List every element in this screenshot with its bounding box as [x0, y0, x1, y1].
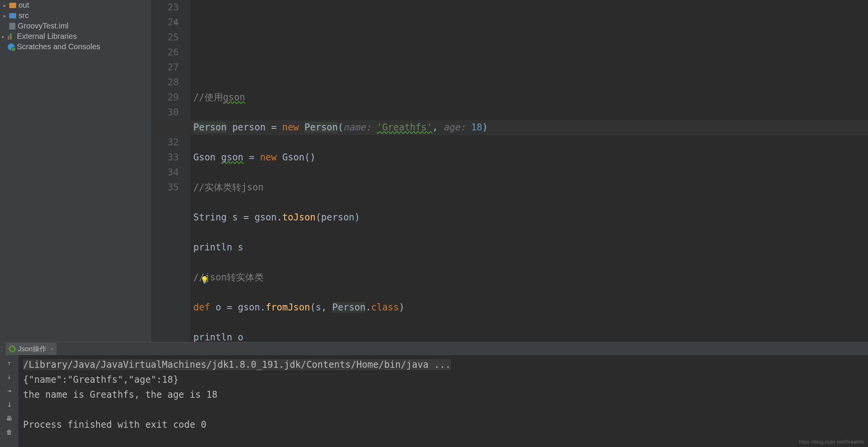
code-line[interactable]: //json转实体类💡 — [193, 270, 868, 285]
tree-external-libraries[interactable]: ▸ External Libraries — [0, 31, 151, 42]
line-number[interactable]: 25 — [152, 30, 179, 45]
tree-label: src — [18, 11, 29, 20]
line-number[interactable]: 34 — [152, 165, 179, 180]
line-number[interactable]: 33 — [152, 150, 179, 165]
fold-icon[interactable]: ⊟ — [173, 15, 177, 30]
run-panel: : G Json操作 × ↑ ↓ ⇥ ⤓ 🖶 🗑 /Library/Java/J… — [0, 342, 868, 447]
tree-item-src[interactable]: ▸ src — [0, 10, 151, 21]
watermark: https://blog.csdn.net/Greathfs — [799, 439, 864, 445]
scratches-icon — [8, 43, 15, 50]
scroll-down-icon[interactable]: ↓ — [5, 372, 14, 381]
line-number[interactable]: 23 — [152, 0, 179, 15]
line-number[interactable]: 35 — [152, 180, 179, 195]
run-tab-bar[interactable]: : G Json操作 × — [0, 342, 868, 355]
line-number[interactable]: 27 — [152, 60, 179, 75]
library-icon — [8, 33, 15, 40]
line-number[interactable]: 30 — [152, 105, 179, 120]
code-line[interactable]: println o — [193, 330, 868, 342]
line-gutter[interactable]: 23 24⊟ 25 26 27 28 29 30 31 32 33 34 35 — [152, 0, 190, 342]
tree-label: out — [18, 1, 29, 10]
line-number[interactable]: 26 — [152, 45, 179, 60]
folder-icon — [9, 13, 16, 18]
tree-label: GroovyTest.iml — [18, 22, 68, 30]
code-line[interactable]: println s — [193, 240, 868, 255]
code-line[interactable]: Gson gson = new Gson() — [193, 150, 868, 165]
run-tab-name: Json操作 — [18, 344, 47, 354]
line-number[interactable]: 29 — [152, 90, 179, 105]
code-line[interactable]: //使用gson — [193, 90, 868, 105]
expand-arrow-icon[interactable]: ▸ — [2, 13, 7, 19]
console-line: {"name":"Greathfs","age":18} — [23, 374, 179, 385]
clear-icon[interactable]: 🗑 — [5, 427, 14, 437]
close-tab-icon[interactable]: × — [50, 346, 53, 352]
code-line[interactable]: Person person = new Person(name: 'Greath… — [193, 120, 868, 135]
print-icon[interactable]: 🖶 — [5, 414, 14, 423]
line-number[interactable]: 24⊟ — [152, 15, 179, 30]
expand-arrow-icon[interactable]: ▸ — [2, 2, 7, 8]
console-toolbar: ↑ ↓ ⇥ ⤓ 🖶 🗑 — [0, 355, 18, 447]
tree-item-out[interactable]: ▸ out — [0, 0, 151, 10]
code-line[interactable]: String s = gson.toJson(person) — [193, 210, 868, 225]
tree-label: Scratches and Consoles — [17, 42, 100, 51]
file-icon — [9, 23, 15, 30]
tree-scratches[interactable]: Scratches and Consoles — [0, 42, 151, 52]
groovy-icon: G — [9, 345, 16, 352]
intention-bulb-icon[interactable]: 💡 — [200, 272, 209, 287]
scroll-up-icon[interactable]: ↑ — [5, 358, 14, 367]
folder-icon — [9, 3, 16, 8]
code-line[interactable]: //实体类转json — [193, 180, 868, 195]
line-number[interactable]: 28 — [152, 75, 179, 90]
soft-wrap-icon[interactable]: ⇥ — [5, 386, 14, 395]
code-content[interactable]: //使用gson Person person = new Person(name… — [190, 0, 868, 342]
tree-item-iml[interactable]: GroovyTest.iml — [0, 21, 151, 31]
code-editor[interactable]: 23 24⊟ 25 26 27 28 29 30 31 32 33 34 35 … — [152, 0, 868, 342]
code-line[interactable]: def o = gson.fromJson(s, Person.class) — [193, 300, 868, 315]
run-label: : — [1, 345, 3, 353]
console-line: the name is Greathfs, the age is 18 — [23, 389, 218, 400]
tree-label: External Libraries — [17, 32, 77, 41]
console-output[interactable]: /Library/Java/JavaVirtualMachines/jdk1.8… — [18, 355, 868, 447]
code-line[interactable] — [193, 60, 868, 75]
run-tab[interactable]: G Json操作 × — [6, 343, 57, 355]
expand-arrow-icon[interactable]: ▸ — [1, 33, 5, 40]
console-cmd: /Library/Java/JavaVirtualMachines/jdk1.8… — [23, 359, 451, 370]
scroll-to-end-icon[interactable]: ⤓ — [5, 400, 14, 409]
line-number[interactable]: 32 — [152, 135, 179, 150]
project-sidebar[interactable]: ▸ out ▸ src GroovyTest.iml ▸ External Li… — [0, 0, 152, 342]
console-line: Process finished with exit code 0 — [23, 419, 206, 430]
